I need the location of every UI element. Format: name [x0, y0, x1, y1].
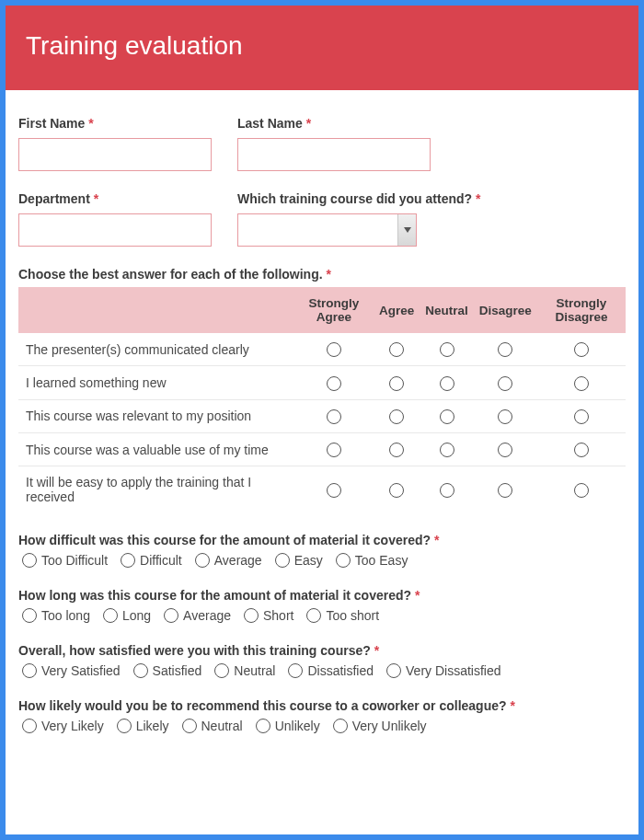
radio-option[interactable]: [389, 409, 404, 424]
department-label: Department *: [18, 191, 212, 206]
matrix-row-label: This course was relevant to my position: [18, 399, 294, 432]
radio-circle-icon: [133, 663, 148, 678]
matrix-question: Choose the best answer for each of the f…: [18, 267, 626, 512]
option-label: Satisfied: [153, 663, 202, 678]
radio-option[interactable]: [327, 483, 341, 498]
required-mark: *: [415, 588, 420, 603]
recommend-question: How likely would you be to recommend thi…: [18, 698, 626, 733]
course-select[interactable]: [237, 213, 417, 247]
radio-option-item[interactable]: Very Dissatisfied: [386, 663, 500, 678]
table-row: This course was relevant to my position: [18, 399, 626, 432]
matrix-cell: [374, 432, 420, 466]
radio-option-item[interactable]: Satisfied: [133, 663, 202, 678]
satisfied-question: Overall, how satisfied were you with thi…: [18, 643, 626, 678]
radio-option[interactable]: [327, 443, 341, 457]
matrix-col-header: Strongly Disagree: [537, 287, 626, 333]
radio-option-item[interactable]: Likely: [117, 719, 169, 733]
first-name-input[interactable]: [18, 138, 212, 171]
radio-option[interactable]: [389, 342, 404, 357]
radio-option-item[interactable]: Unlikely: [256, 719, 320, 733]
first-name-label: First Name *: [18, 116, 212, 131]
radio-option[interactable]: [574, 443, 589, 457]
radio-option[interactable]: [389, 483, 404, 498]
matrix-cell: [537, 366, 626, 399]
radio-option[interactable]: [498, 443, 512, 457]
page-title: Training evaluation: [26, 31, 618, 61]
radio-option-item[interactable]: Short: [244, 608, 293, 623]
option-label: Easy: [294, 553, 323, 568]
radio-option[interactable]: [327, 342, 341, 357]
radio-option[interactable]: [574, 409, 589, 424]
radio-option-item[interactable]: Very Unlikely: [333, 719, 427, 733]
option-label: Very Satisfied: [41, 663, 121, 678]
radio-option[interactable]: [574, 483, 589, 498]
radio-circle-icon: [214, 663, 229, 678]
radio-option[interactable]: [498, 342, 512, 357]
recommend-label: How likely would you be to recommend thi…: [18, 698, 626, 713]
radio-circle-icon: [182, 719, 197, 733]
department-field: Department *: [18, 191, 212, 247]
required-mark: *: [94, 191, 98, 206]
matrix-cell: [294, 399, 374, 432]
radio-option-item[interactable]: Neutral: [214, 663, 275, 678]
radio-option[interactable]: [498, 409, 512, 424]
radio-option[interactable]: [327, 376, 341, 391]
radio-option[interactable]: [440, 443, 454, 457]
radio-option-item[interactable]: Average: [195, 553, 262, 568]
radio-option-item[interactable]: Dissatisfied: [288, 663, 374, 678]
last-name-field: Last Name *: [237, 116, 431, 171]
radio-option[interactable]: [389, 376, 404, 391]
radio-option[interactable]: [574, 376, 589, 391]
radio-option[interactable]: [440, 483, 454, 498]
option-label: Very Likely: [41, 719, 104, 733]
radio-option[interactable]: [498, 376, 512, 391]
radio-option-item[interactable]: Too Difficult: [22, 553, 108, 568]
radio-option[interactable]: [389, 443, 404, 457]
matrix-cell: [474, 399, 537, 432]
course-label: Which training course did you attend? *: [237, 191, 480, 206]
radio-option-item[interactable]: Very Likely: [22, 719, 104, 733]
radio-option-item[interactable]: Neutral: [182, 719, 243, 733]
radio-option-item[interactable]: Too long: [22, 608, 90, 623]
matrix-cell: [420, 333, 474, 366]
form-page: Training evaluation First Name * Last Na…: [6, 6, 638, 834]
option-label: Too long: [41, 608, 90, 623]
required-mark: *: [306, 116, 311, 131]
radio-circle-icon: [195, 553, 210, 568]
table-row: This course was a valuable use of my tim…: [18, 432, 626, 466]
chevron-down-icon[interactable]: [397, 214, 416, 246]
department-input[interactable]: [18, 213, 212, 247]
radio-circle-icon: [103, 608, 118, 623]
matrix-col-header: Disagree: [474, 287, 537, 333]
option-label: Long: [122, 608, 151, 623]
matrix-cell: [374, 399, 420, 432]
radio-option[interactable]: [574, 342, 589, 357]
last-name-label: Last Name *: [237, 116, 431, 131]
radio-option-item[interactable]: Easy: [275, 553, 323, 568]
radio-circle-icon: [336, 553, 351, 568]
required-mark: *: [88, 116, 93, 131]
satisfied-label: Overall, how satisfied were you with thi…: [18, 643, 626, 658]
radio-option-item[interactable]: Difficult: [121, 553, 182, 568]
radio-option[interactable]: [440, 409, 454, 424]
radio-option-item[interactable]: Long: [103, 608, 151, 623]
matrix-cell: [420, 399, 474, 432]
radio-option[interactable]: [327, 409, 341, 424]
length-question: How long was this course for the amount …: [18, 588, 626, 623]
radio-option[interactable]: [498, 483, 512, 498]
radio-circle-icon: [121, 553, 135, 568]
radio-option-item[interactable]: Average: [164, 608, 231, 623]
last-name-input[interactable]: [237, 138, 431, 171]
option-label: Too Difficult: [41, 553, 108, 568]
radio-option[interactable]: [440, 342, 454, 357]
matrix-col-header: Agree: [374, 287, 420, 333]
course-field: Which training course did you attend? *: [237, 191, 480, 247]
matrix-cell: [474, 432, 537, 466]
option-label: Too short: [326, 608, 379, 623]
radio-option[interactable]: [440, 376, 454, 391]
radio-option-item[interactable]: Too Easy: [336, 553, 408, 568]
table-row: I learned something new: [18, 366, 626, 399]
radio-option-item[interactable]: Very Satisfied: [22, 663, 121, 678]
radio-option-item[interactable]: Too short: [306, 608, 379, 623]
course-selected-value: [238, 214, 397, 246]
